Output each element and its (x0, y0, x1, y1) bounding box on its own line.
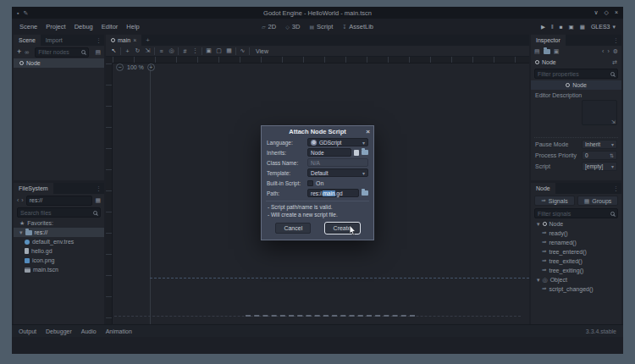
renderer-dropdown[interactable]: GLES3 ▾ (591, 24, 616, 30)
language-dropdown[interactable]: ⚙ GDScript ▾ (307, 138, 368, 146)
chevron-down-icon: ▾ (362, 140, 365, 146)
path-suffix: .gd (335, 190, 343, 196)
dialog-title: Attach Node Script (289, 128, 346, 135)
play-scene-button[interactable]: ▣ (569, 24, 574, 30)
cancel-button[interactable]: Cancel (275, 223, 311, 234)
info-message: - Will create a new script file. (268, 212, 367, 218)
class-name-field: N/A (307, 158, 368, 167)
close-dialog-button[interactable]: × (366, 126, 370, 137)
stop-button[interactable]: ■ (560, 24, 563, 30)
builtin-script-checkbox[interactable] (307, 180, 313, 186)
renderer-label: GLES3 (591, 24, 610, 30)
path-selected-text: main (323, 190, 334, 196)
template-value: Default (311, 170, 329, 176)
inherits-label: Inherits: (267, 150, 305, 156)
path-field[interactable]: res://main.gd (307, 189, 359, 197)
class-name-label: Class Name: (267, 160, 305, 166)
language-label: Language: (267, 140, 305, 146)
inherits-field[interactable]: Node (307, 148, 351, 157)
pick-class-icon[interactable] (354, 150, 359, 156)
validation-message: - Script path/name is valid. (268, 204, 367, 210)
godot-editor-window: ▪ ✎ Godot Engine - HelloWorld - main.tsc… (12, 7, 623, 354)
inherits-value: Node (311, 150, 324, 156)
browse-folder-icon[interactable] (362, 150, 368, 155)
mouse-cursor (349, 225, 356, 236)
chevron-down-icon: ▾ (612, 24, 616, 30)
attach-script-dialog: Attach Node Script × Language: ⚙ GDScrip… (261, 125, 374, 240)
path-label: Path: (267, 190, 305, 196)
maximize-button[interactable]: ◇ (605, 9, 609, 16)
path-prefix: res:// (311, 190, 323, 196)
builtin-script-on-label: On (316, 180, 323, 186)
browse-path-icon[interactable] (362, 190, 368, 196)
template-label: Template: (267, 170, 305, 176)
builtin-script-label: Built-in Script: (267, 180, 305, 186)
language-value: GDScript (319, 140, 341, 146)
gdscript-icon: ⚙ (311, 140, 317, 146)
template-dropdown[interactable]: Default ▾ (307, 168, 368, 177)
close-window-button[interactable]: × (615, 9, 618, 16)
chevron-down-icon: ▾ (362, 170, 365, 176)
play-button[interactable]: ▶ (541, 24, 545, 30)
play-custom-scene-button[interactable]: ▦ (580, 24, 585, 30)
class-name-value: N/A (311, 160, 320, 166)
minimize-button[interactable]: ∨ (594, 9, 598, 16)
pause-button[interactable]: ‖ (551, 24, 554, 30)
